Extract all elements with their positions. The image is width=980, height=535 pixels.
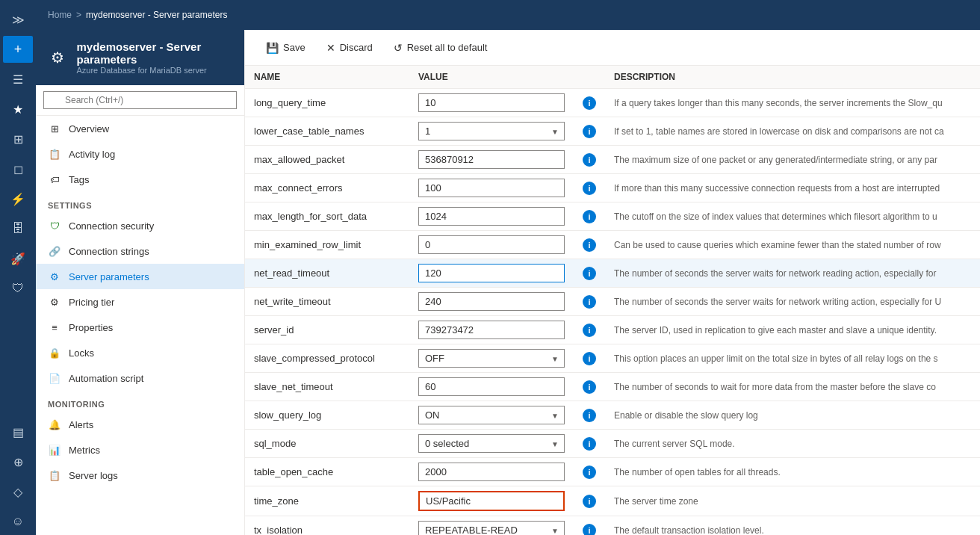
discard-button[interactable]: ✕ Discard bbox=[317, 37, 382, 58]
nav-item-alerts[interactable]: 🔔 Alerts bbox=[36, 412, 244, 437]
monitoring-section-label: MONITORING bbox=[36, 391, 244, 412]
search-box: 🔍 bbox=[36, 85, 244, 116]
nav-item-overview[interactable]: ⊞ Overview bbox=[36, 116, 244, 141]
page-title: mydemoserver - Server parameters bbox=[77, 40, 233, 66]
info-cell: i bbox=[574, 259, 605, 288]
server-parameters-icon: ⚙ bbox=[48, 270, 61, 283]
param-input[interactable] bbox=[418, 235, 565, 254]
nav-label-server-parameters: Server parameters bbox=[69, 271, 149, 282]
nav-item-connection-security[interactable]: 🛡 Connection security bbox=[36, 213, 244, 238]
info-icon[interactable]: i bbox=[583, 153, 596, 167]
param-input[interactable] bbox=[418, 150, 565, 169]
nav-item-activity-log[interactable]: 📋 Activity log bbox=[36, 141, 244, 167]
info-icon[interactable]: i bbox=[583, 437, 596, 451]
info-icon[interactable]: i bbox=[583, 182, 596, 195]
table-row: sql_mode0 selected▼iThe current server S… bbox=[245, 430, 980, 458]
nav-item-metrics[interactable]: 📊 Metrics bbox=[36, 437, 244, 463]
breadcrumb: Home > mydemoserver - Server parameters bbox=[48, 10, 227, 20]
breadcrumb-home[interactable]: Home bbox=[48, 10, 72, 20]
param-name-cell: min_examined_row_limit bbox=[245, 231, 409, 259]
nav-label-metrics: Metrics bbox=[69, 445, 100, 456]
tags-icon: 🏷 bbox=[48, 173, 61, 186]
info-cell: i bbox=[574, 344, 605, 373]
dashboard-icon[interactable]: ⊞ bbox=[3, 126, 33, 152]
param-input[interactable] bbox=[418, 264, 565, 282]
table-row: net_write_timeoutiThe number of seconds … bbox=[245, 288, 980, 316]
param-description: The number of open tables for all thread… bbox=[605, 458, 980, 486]
param-value-cell bbox=[409, 316, 574, 344]
param-input[interactable] bbox=[418, 179, 565, 197]
info-icon[interactable]: i bbox=[583, 324, 596, 337]
connection-strings-icon: 🔗 bbox=[48, 244, 61, 258]
nav-label-overview: Overview bbox=[69, 123, 109, 134]
plus-icon[interactable]: + bbox=[3, 36, 33, 63]
param-input[interactable] bbox=[418, 292, 565, 311]
nav-item-properties[interactable]: ≡ Properties bbox=[36, 315, 244, 340]
param-select[interactable]: 1 bbox=[418, 122, 565, 140]
collapse-icon[interactable]: ≫ bbox=[3, 6, 33, 33]
param-input[interactable] bbox=[418, 207, 565, 226]
cube-icon[interactable]: ◻ bbox=[3, 155, 33, 182]
info-icon[interactable]: i bbox=[583, 238, 596, 252]
star-icon[interactable]: ★ bbox=[3, 96, 33, 123]
save-button[interactable]: 💾 Save bbox=[257, 37, 314, 58]
nav-item-pricing-tier[interactable]: ⚙ Pricing tier bbox=[36, 289, 244, 315]
nav-item-locks[interactable]: 🔒 Locks bbox=[36, 340, 244, 365]
shield-icon[interactable]: 🛡 bbox=[3, 275, 33, 302]
param-input[interactable] bbox=[418, 377, 565, 396]
nav-item-server-logs[interactable]: 📋 Server logs bbox=[36, 463, 244, 488]
info-icon[interactable]: i bbox=[583, 495, 596, 508]
info-icon[interactable]: i bbox=[583, 210, 596, 223]
info-icon[interactable]: i bbox=[583, 380, 596, 394]
param-select[interactable]: OFF bbox=[418, 349, 565, 368]
info-icon[interactable]: i bbox=[583, 125, 596, 138]
param-name-cell: max_allowed_packet bbox=[245, 146, 409, 174]
properties-icon: ≡ bbox=[48, 321, 61, 334]
search-input[interactable] bbox=[43, 91, 237, 109]
param-select[interactable]: REPEATABLE-READ bbox=[418, 521, 565, 535]
info-icon[interactable]: i bbox=[583, 267, 596, 280]
save-label: Save bbox=[283, 42, 306, 53]
param-name-cell: max_length_for_sort_data bbox=[245, 202, 409, 231]
param-input[interactable] bbox=[418, 491, 565, 511]
info-icon[interactable]: i bbox=[583, 409, 596, 422]
param-input[interactable] bbox=[418, 93, 565, 112]
database-icon[interactable]: 🗄 bbox=[3, 215, 33, 242]
info-icon[interactable]: i bbox=[583, 352, 596, 365]
page-subtitle: Azure Database for MariaDB server bbox=[77, 66, 233, 75]
table-row: max_length_for_sort_dataiThe cutoff on t… bbox=[245, 202, 980, 231]
param-input[interactable] bbox=[418, 321, 565, 339]
rocket-icon[interactable]: 🚀 bbox=[3, 245, 33, 272]
param-description: The current server SQL mode. bbox=[605, 430, 980, 458]
param-select[interactable]: ON bbox=[418, 406, 565, 424]
info-cell: i bbox=[574, 174, 605, 202]
content-area: 💾 Save ✕ Discard ↺ Reset all to default … bbox=[245, 30, 980, 535]
reset-all-button[interactable]: ↺ Reset all to default bbox=[385, 37, 497, 58]
nav-item-automation-script[interactable]: 📄 Automation script bbox=[36, 365, 244, 391]
dots-icon[interactable]: ⊕ bbox=[3, 448, 33, 475]
info-icon[interactable]: i bbox=[583, 295, 596, 309]
page-header-icon: ⚙ bbox=[48, 46, 68, 69]
pricing-tier-icon: ⚙ bbox=[48, 295, 61, 309]
lightning-icon[interactable]: ⚡ bbox=[3, 185, 33, 212]
info-icon[interactable]: i bbox=[583, 96, 596, 110]
nav-item-connection-strings[interactable]: 🔗 Connection strings bbox=[36, 238, 244, 264]
top-nav: Home > mydemoserver - Server parameters bbox=[36, 0, 980, 30]
table-row: lower_case_table_names1▼iIf set to 1, ta… bbox=[245, 117, 980, 146]
param-input[interactable] bbox=[418, 463, 565, 481]
param-name-cell: sql_mode bbox=[245, 430, 409, 458]
overview-icon: ⊞ bbox=[48, 122, 61, 135]
nav-overview: ⊞ Overview 📋 Activity log 🏷 Tags bbox=[36, 116, 244, 192]
nav-item-tags[interactable]: 🏷 Tags bbox=[36, 167, 244, 192]
menu-icon[interactable]: ☰ bbox=[3, 66, 33, 93]
smile-icon[interactable]: ☺ bbox=[3, 508, 33, 535]
info-icon[interactable]: i bbox=[583, 524, 596, 536]
diamond-icon[interactable]: ◇ bbox=[3, 478, 33, 505]
param-value-cell bbox=[409, 486, 574, 516]
info-cell: i bbox=[574, 316, 605, 344]
page-header: ⚙ mydemoserver - Server parameters Azure… bbox=[36, 30, 244, 85]
nav-item-server-parameters[interactable]: ⚙ Server parameters bbox=[36, 264, 244, 289]
info-icon[interactable]: i bbox=[583, 466, 596, 479]
param-select[interactable]: 0 selected bbox=[418, 434, 565, 453]
layers-icon[interactable]: ▤ bbox=[3, 418, 33, 445]
